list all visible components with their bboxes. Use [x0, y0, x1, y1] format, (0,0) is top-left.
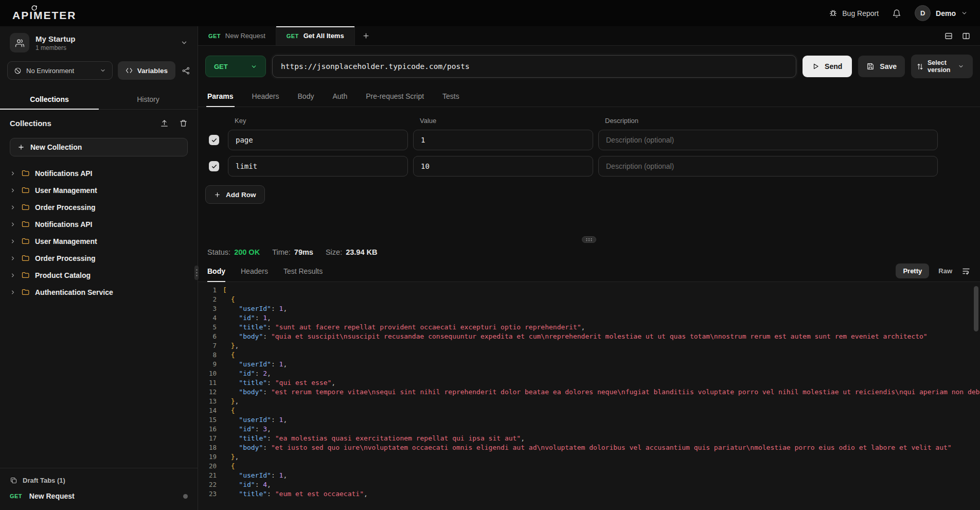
split-horizontal-button[interactable] — [944, 31, 953, 41]
send-label: Send — [825, 62, 842, 71]
scrollbar-thumb[interactable] — [974, 286, 978, 331]
brand-logo: APIMETER — [12, 5, 77, 22]
chevron-right-icon — [10, 272, 16, 278]
open-tab-new-request[interactable]: GET New Request — [198, 26, 276, 45]
tab-prerequest-script[interactable]: Pre-request Script — [365, 86, 425, 107]
params-table-header: Key Value Description — [205, 109, 973, 130]
tab-tests[interactable]: Tests — [441, 86, 460, 107]
method-select[interactable]: GET — [205, 56, 266, 77]
tab-method: GET — [287, 33, 299, 39]
bug-report-label: Bug Report — [842, 9, 879, 17]
add-tab-button[interactable] — [355, 26, 378, 45]
new-collection-button[interactable]: New Collection — [10, 138, 188, 156]
request-bar: GET Send Save — [198, 46, 980, 86]
line-number: 9 — [198, 360, 217, 369]
save-button[interactable]: Save — [858, 56, 905, 77]
plus-icon — [214, 191, 221, 198]
plus-icon — [17, 144, 25, 151]
collection-item-label: Notifications API — [35, 220, 93, 228]
collection-item[interactable]: Authentication Service — [0, 284, 198, 301]
collection-list: Notifications APIUser ManagementOrder Pr… — [0, 165, 198, 301]
trash-icon — [179, 119, 188, 128]
environment-row: No Environment Variables — [0, 57, 198, 87]
param-key-input[interactable] — [228, 156, 408, 177]
main-panel: GET New Request GET Get All Items — [198, 26, 980, 510]
user-menu[interactable]: D Demo — [915, 5, 968, 21]
select-version-button[interactable]: Select version — [911, 55, 973, 78]
check-icon — [211, 137, 218, 144]
chevron-down-icon — [181, 39, 188, 46]
chevron-right-icon — [10, 221, 16, 227]
code-line: }, — [223, 452, 980, 462]
variables-label: Variables — [137, 67, 168, 75]
chevron-right-icon — [10, 289, 16, 295]
notifications-button[interactable] — [892, 9, 901, 18]
param-description-input[interactable] — [598, 130, 938, 150]
tab-history[interactable]: History — [99, 89, 198, 109]
tab-params[interactable]: Params — [206, 86, 235, 107]
column-value: Value — [413, 117, 593, 125]
response-view-controls: Pretty Raw — [896, 263, 971, 278]
draft-tabs-label: Draft Tabs (1) — [23, 477, 65, 484]
tab-headers[interactable]: Headers — [251, 86, 280, 107]
variables-button[interactable]: Variables — [118, 61, 175, 80]
line-number: 12 — [198, 388, 217, 397]
collection-item[interactable]: User Management — [0, 182, 198, 199]
code-line: "id": 3, — [223, 425, 980, 434]
bug-report-button[interactable]: Bug Report — [829, 9, 879, 17]
line-number: 14 — [198, 406, 217, 415]
sidebar-resize-handle[interactable] — [194, 266, 199, 280]
app-body: My Startup 1 members No Environment — [0, 26, 980, 510]
delete-collection-button[interactable] — [179, 119, 188, 128]
splitter-handle[interactable] — [582, 236, 596, 243]
response-tab-body[interactable]: Body — [207, 260, 225, 282]
new-collection-label: New Collection — [30, 143, 82, 151]
code-line: [ — [223, 286, 980, 295]
chevron-right-icon — [10, 238, 16, 244]
tab-collections[interactable]: Collections — [0, 89, 99, 109]
size-value: 23.94 KB — [346, 248, 377, 256]
environment-select[interactable]: No Environment — [7, 61, 113, 80]
code-line: "title": "eum et est occaecati", — [223, 489, 980, 499]
split-vertical-button[interactable] — [961, 31, 971, 41]
line-number: 19 — [198, 452, 217, 462]
code-line: "userId": 1, — [223, 471, 980, 480]
param-value-input[interactable] — [413, 156, 593, 177]
pretty-view-button[interactable]: Pretty — [896, 263, 929, 278]
time-value: 79ms — [294, 248, 313, 256]
tab-body[interactable]: Body — [297, 86, 315, 107]
wrap-lines-button[interactable] — [961, 267, 971, 276]
folder-icon — [21, 186, 30, 195]
param-checkbox[interactable] — [209, 135, 219, 145]
open-tab-get-all-items[interactable]: GET Get All Items — [276, 26, 355, 45]
param-checkbox[interactable] — [209, 161, 219, 171]
param-value-input[interactable] — [413, 130, 593, 150]
share-environment-button[interactable] — [182, 66, 190, 75]
avatar: D — [915, 5, 931, 21]
no-environment-icon — [14, 67, 22, 75]
collection-item[interactable]: Order Processing — [0, 250, 198, 267]
request-pane: GET Send Save — [198, 46, 980, 235]
collection-item[interactable]: Product Catalog — [0, 267, 198, 284]
send-button[interactable]: Send — [803, 56, 852, 77]
add-row-button[interactable]: Add Row — [205, 185, 265, 204]
collection-item[interactable]: User Management — [0, 233, 198, 250]
grip-dots-icon — [195, 269, 198, 277]
collection-item[interactable]: Notifications API — [0, 216, 198, 233]
response-tab-test-results[interactable]: Test Results — [283, 260, 323, 282]
collection-item[interactable]: Order Processing — [0, 199, 198, 216]
sidebar: My Startup 1 members No Environment — [0, 26, 198, 510]
param-key-input[interactable] — [228, 130, 408, 150]
url-input[interactable] — [272, 55, 796, 78]
import-collection-button[interactable] — [160, 119, 169, 128]
collection-item[interactable]: Notifications API — [0, 165, 198, 182]
line-number: 20 — [198, 462, 217, 471]
param-description-input[interactable] — [598, 156, 938, 177]
workspace-switcher[interactable]: My Startup 1 members — [0, 26, 198, 57]
draft-request-item[interactable]: GET New Request — [0, 486, 198, 506]
raw-view-button[interactable]: Raw — [938, 267, 952, 275]
tab-auth[interactable]: Auth — [331, 86, 348, 107]
code-line: "id": 4, — [223, 480, 980, 489]
response-tab-headers[interactable]: Headers — [241, 260, 268, 282]
wrap-lines-icon — [961, 267, 971, 276]
